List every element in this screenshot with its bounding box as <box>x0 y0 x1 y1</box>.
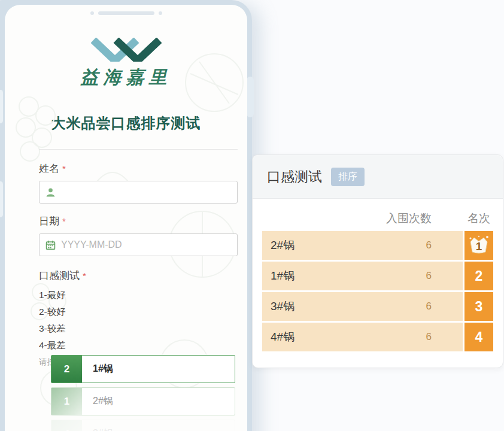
scale-line: 3-较差 <box>39 321 242 336</box>
required-asterisk: * <box>62 163 66 174</box>
option-label: 2#锅 <box>82 388 235 415</box>
row-label: 1#锅 <box>271 268 426 284</box>
option-label: 3#锅 <box>82 420 235 431</box>
table-row: 2#锅 6 1 <box>262 231 493 260</box>
ranking-question: 口感测试* 1-最好 2-较好 3-较差 4-最差 请按照优先次序，依次点击选项… <box>39 269 242 368</box>
table-row: 3#锅 6 3 <box>262 292 493 321</box>
row-count: 6 <box>426 239 432 251</box>
phone-screen: 益海嘉里 大米品尝口感排序测试 姓名* 日期* 口感测试* 1-最好 <box>5 5 247 431</box>
divider <box>39 149 238 150</box>
results-panel-header: 口感测试 排序 <box>253 155 503 199</box>
phone-side-button <box>247 77 254 117</box>
person-icon <box>45 187 56 198</box>
date-label: 日期 <box>39 216 59 227</box>
results-panel: 口感测试 排序 入围次数 名次 2#锅 6 1 <box>252 154 503 368</box>
row-label: 3#锅 <box>271 299 426 314</box>
phone-side-button <box>0 181 3 217</box>
name-input[interactable] <box>61 187 231 198</box>
form-title: 大米品尝口感排序测试 <box>5 114 247 133</box>
row-count: 6 <box>426 301 432 312</box>
order-badge: 1 <box>51 388 82 415</box>
row-label: 2#锅 <box>271 238 426 253</box>
crown-icon: 1 <box>467 235 490 256</box>
name-field-group: 姓名* <box>39 162 238 204</box>
table-row: 4#锅 6 4 <box>262 323 493 351</box>
rank-cell-first: 1 <box>464 231 493 260</box>
scale-line: 4-最差 <box>39 338 242 353</box>
row-label: 4#锅 <box>271 329 426 345</box>
scale-line: 1-最好 <box>39 287 242 303</box>
handle-bar <box>98 11 154 15</box>
handle-dot <box>159 11 162 15</box>
ranking-option[interactable]: 4 3#锅 <box>51 420 235 431</box>
logo-w-icon <box>91 38 162 62</box>
phone-top-handle <box>90 11 162 15</box>
table-row: 1#锅 6 2 <box>262 262 493 290</box>
column-header-rank: 名次 <box>464 211 493 226</box>
required-asterisk: * <box>83 271 86 281</box>
ranking-option[interactable]: 1 2#锅 <box>51 387 235 415</box>
ranking-option[interactable]: 2 1#锅 <box>51 355 235 383</box>
option-label: 1#锅 <box>82 356 235 383</box>
column-header-count: 入围次数 <box>262 211 463 226</box>
scale-line: 2-较好 <box>39 304 242 320</box>
scale-description: 1-最好 2-较好 3-较差 4-最差 <box>39 287 242 353</box>
panel-title: 口感测试 <box>267 168 322 186</box>
date-input[interactable] <box>61 239 231 250</box>
rank-cell: 3 <box>464 292 493 321</box>
order-badge: 4 <box>51 420 82 431</box>
svg-text:1: 1 <box>476 240 482 253</box>
calendar-icon <box>45 240 56 250</box>
order-badge: 2 <box>51 356 82 383</box>
phone-side-button <box>0 90 3 123</box>
row-count: 6 <box>426 270 432 282</box>
brand-logo: 益海嘉里 <box>5 38 247 90</box>
sort-type-badge: 排序 <box>331 168 365 186</box>
question-label: 口感测试 <box>39 270 80 281</box>
name-input-box[interactable] <box>39 181 238 204</box>
table-header-row: 入围次数 名次 <box>262 210 493 227</box>
rank-cell: 4 <box>464 323 493 351</box>
results-table: 入围次数 名次 2#锅 6 1 1#锅 <box>253 199 503 351</box>
rank-cell: 2 <box>464 262 493 290</box>
row-count: 6 <box>426 331 432 343</box>
date-input-box[interactable] <box>39 233 238 256</box>
ranking-options: 2 1#锅 1 2#锅 4 3#锅 <box>51 355 235 431</box>
required-asterisk: * <box>62 216 66 226</box>
brand-name: 益海嘉里 <box>5 65 247 90</box>
name-label: 姓名 <box>39 163 59 174</box>
date-field-group: 日期* <box>39 214 238 256</box>
handle-dot <box>90 11 94 15</box>
